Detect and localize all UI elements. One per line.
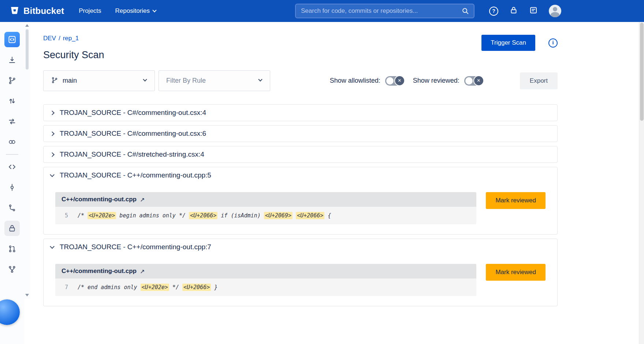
filter-bar: main Filter By Rule Show allowlisted: ✕ … (43, 70, 558, 91)
finding-header[interactable]: TROJAN_SOURCE - C#/stretched-string.csx:… (44, 146, 557, 162)
left-sidebar (0, 22, 24, 344)
chevron-down-icon (50, 172, 55, 177)
lock-icon[interactable] (509, 6, 518, 16)
unicode-escape-token: <U+202e> (88, 212, 116, 219)
unicode-escape-token: <U+2066> (296, 212, 324, 219)
fork-icon (8, 265, 16, 274)
code-text-segment (293, 212, 296, 219)
code-file-name: C++/commenting-out.cpp (62, 268, 137, 275)
help-icon[interactable]: ? (489, 7, 498, 16)
external-link-icon[interactable]: ↗ (140, 196, 145, 203)
lock-icon (8, 224, 16, 233)
sidebar-item-forks[interactable] (2, 259, 22, 280)
sidebar-item-security-scan[interactable] (2, 218, 22, 239)
nav-item-repositories[interactable]: Repositories (115, 7, 156, 15)
sidebar-item-commits[interactable] (2, 177, 22, 198)
show-reviewed-toggle[interactable]: ✕ (464, 76, 483, 86)
main-scrollbar-thumb[interactable] (640, 23, 644, 121)
bitbucket-logo[interactable]: Bitbucket (10, 5, 64, 17)
sidebar-item-compare[interactable] (2, 111, 22, 132)
sidebar-scrollbar[interactable] (24, 22, 30, 299)
sidebar-item-branches[interactable] (2, 70, 22, 91)
release-notes-icon[interactable] (529, 6, 538, 16)
search-input[interactable] (295, 4, 474, 18)
code-brackets-icon (8, 162, 16, 171)
sidebar-divider (6, 154, 18, 155)
branch-select[interactable]: main (43, 70, 155, 91)
export-button[interactable]: Export (520, 72, 558, 89)
findings-list: TROJAN_SOURCE - C#/commenting-out.csx:4 … (43, 104, 558, 306)
chevron-right-icon (50, 131, 55, 136)
breadcrumb-separator: / (59, 35, 60, 42)
global-search (295, 4, 474, 18)
security-selected-tile (4, 221, 20, 236)
toggle-off-icon: ✕ (473, 75, 484, 86)
show-reviewed-group: Show reviewed: ✕ (413, 76, 483, 86)
toggle-knob (465, 77, 473, 85)
pull-request-icon-2 (8, 244, 16, 253)
show-reviewed-label: Show reviewed: (413, 77, 459, 85)
sidebar-item-source[interactable] (2, 157, 22, 177)
sidebar-item-branch-list[interactable] (2, 198, 22, 218)
sidebar-scrollbar-thumb[interactable] (26, 29, 29, 70)
finding-row: TROJAN_SOURCE - C#/stretched-string.csx:… (43, 146, 558, 163)
scroll-down-arrow[interactable] (25, 294, 29, 296)
code-text-segment: if (isAdmin) (217, 212, 264, 219)
line-number: 5 (62, 212, 68, 219)
breadcrumb-project-link[interactable]: DEV (43, 35, 56, 42)
finding-body: C++/commenting-out.cpp ↗ 5 /* <U+202e> b… (44, 183, 557, 234)
mark-reviewed-button[interactable]: Mark reviewed (486, 264, 546, 281)
external-link-icon[interactable]: ↗ (140, 268, 145, 275)
chevron-down-icon (152, 8, 156, 12)
page-title: Security Scan (43, 49, 104, 61)
info-icon[interactable]: i (548, 38, 558, 48)
unicode-escape-token: <U+202e> (141, 284, 169, 291)
show-allowlisted-toggle[interactable]: ✕ (385, 76, 403, 86)
show-allowlisted-group: Show allowlisted: ✕ (330, 76, 403, 86)
code-content: /* end admins only <U+202e> */ <U+2066> … (78, 284, 217, 291)
code-file-name: C++/commenting-out.cpp (62, 196, 137, 203)
code-text-segment: /* end admins only (78, 284, 141, 291)
finding-title: TROJAN_SOURCE - C++/commenting-out.cpp:5 (60, 171, 211, 179)
toggle-off-icon: ✕ (394, 75, 405, 86)
chevron-down-icon (258, 77, 262, 81)
chevron-down-icon (50, 244, 55, 249)
code-file-header: C++/commenting-out.cpp ↗ (55, 264, 476, 278)
finding-header[interactable]: TROJAN_SOURCE - C++/commenting-out.cpp:7 (44, 239, 557, 255)
rule-filter-select[interactable]: Filter By Rule (159, 70, 270, 91)
line-number: 7 (62, 284, 68, 291)
breadcrumb-repo-link[interactable]: rep_1 (63, 35, 79, 42)
finding-header[interactable]: TROJAN_SOURCE - C#/commenting-out.csx:6 (44, 126, 557, 142)
finding-header[interactable]: TROJAN_SOURCE - C++/commenting-out.cpp:5 (44, 167, 557, 183)
main-scrollbar[interactable] (639, 22, 644, 344)
chevron-right-icon (50, 111, 55, 115)
finding-header[interactable]: TROJAN_SOURCE - C#/commenting-out.csx:4 (44, 105, 557, 121)
sidebar-item-pull-requests-alt[interactable] (2, 239, 22, 259)
sidebar-item-repository[interactable] (2, 29, 22, 50)
sidebar-item-mirrors[interactable] (2, 132, 22, 152)
unicode-escape-token: <U+2069> (264, 212, 293, 219)
scroll-up-arrow[interactable] (25, 24, 29, 27)
user-avatar[interactable] (549, 5, 561, 17)
repository-avatar (4, 32, 20, 47)
unicode-escape-token: <U+2066> (189, 212, 217, 219)
trigger-scan-button[interactable]: Trigger Scan (481, 35, 535, 51)
finding-title: TROJAN_SOURCE - C#/stretched-string.csx:… (60, 150, 204, 158)
chevron-down-icon (143, 77, 147, 81)
top-navbar: Bitbucket Projects Repositories ? (0, 0, 644, 22)
pull-request-icon (8, 97, 16, 105)
code-icon (8, 35, 16, 44)
finding-row: TROJAN_SOURCE - C#/commenting-out.csx:6 (43, 125, 558, 142)
search-icon[interactable] (461, 7, 469, 16)
mark-reviewed-button[interactable]: Mark reviewed (486, 192, 546, 209)
code-text-segment: begin admins only */ (116, 212, 189, 219)
code-line: 7 /* end admins only <U+202e> */ <U+2066… (55, 278, 476, 296)
sidebar-item-pull-requests[interactable] (2, 91, 22, 111)
nav-item-projects-label: Projects (79, 7, 101, 15)
sidebar-item-clone[interactable] (2, 50, 22, 70)
bitbucket-bucket-icon (10, 5, 20, 17)
header-actions: Trigger Scan i (481, 35, 558, 51)
nav-item-projects[interactable]: Projects (79, 7, 101, 15)
brand-name[interactable]: Bitbucket (23, 6, 64, 16)
branch-icon (51, 76, 58, 85)
